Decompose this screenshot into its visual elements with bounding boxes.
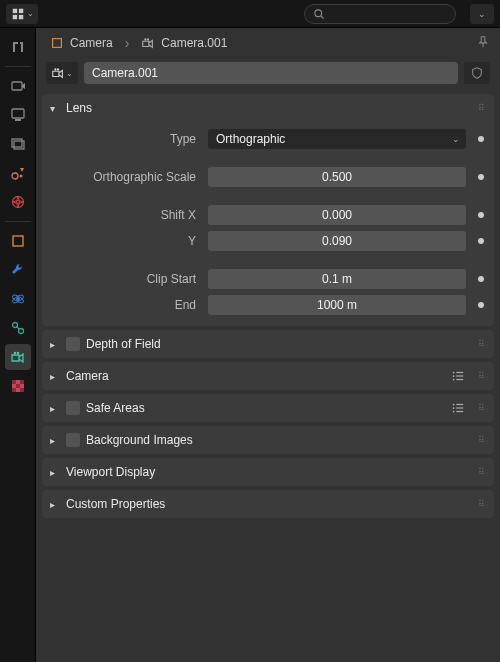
tab-world[interactable]: [5, 189, 31, 215]
chevron-down-icon: ⌄: [27, 9, 34, 18]
svg-rect-1: [18, 8, 22, 12]
datablock-name-input[interactable]: [84, 62, 458, 84]
label-shift-y: Y: [50, 234, 200, 248]
tab-view-layer[interactable]: [5, 131, 31, 157]
disclosure-right-icon: ▸: [50, 499, 60, 510]
field-clip-start[interactable]: 0.1 m: [208, 269, 466, 289]
svg-point-13: [12, 197, 23, 208]
panel-title: Safe Areas: [86, 401, 444, 415]
svg-rect-45: [456, 411, 463, 412]
breadcrumb-data-label: Camera.001: [161, 36, 227, 50]
tool-icon: [10, 39, 26, 55]
checkbox-background-images[interactable]: [66, 433, 80, 447]
panel-header-viewport-display[interactable]: ▸ Viewport Display ⠿: [42, 458, 494, 486]
panel-depth-of-field: ▸ Depth of Field ⠿: [42, 330, 494, 358]
field-shift-y[interactable]: 0.090: [208, 231, 466, 251]
grip-icon[interactable]: ⠿: [472, 403, 486, 413]
camera-data-icon: [10, 349, 26, 365]
grip-icon[interactable]: ⠿: [472, 499, 486, 509]
chevron-down-icon: ⌄: [478, 9, 486, 19]
panel-header-safe-areas[interactable]: ▸ Safe Areas ⠿: [42, 394, 494, 422]
svg-rect-7: [12, 109, 24, 118]
panel-custom-properties: ▸ Custom Properties ⠿: [42, 490, 494, 518]
svg-point-30: [145, 38, 147, 40]
animate-dot[interactable]: [478, 302, 484, 308]
tab-render[interactable]: [5, 73, 31, 99]
tab-physics[interactable]: [5, 286, 31, 312]
svg-rect-8: [15, 119, 21, 121]
disclosure-down-icon: ▾: [50, 103, 60, 114]
checkbox-depth-of-field[interactable]: [66, 337, 80, 351]
svg-line-20: [16, 327, 19, 330]
panel-header-background-images[interactable]: ▸ Background Images ⠿: [42, 426, 494, 454]
preset-button[interactable]: [450, 368, 466, 384]
label-type: Type: [50, 132, 200, 146]
tab-modifiers[interactable]: [5, 257, 31, 283]
tab-data-camera[interactable]: [5, 344, 31, 370]
disclosure-right-icon: ▸: [50, 371, 60, 382]
svg-rect-0: [12, 8, 16, 12]
panel-title: Viewport Display: [66, 465, 466, 479]
tab-texture[interactable]: [5, 373, 31, 399]
panel-title: Depth of Field: [86, 337, 466, 351]
animate-dot[interactable]: [478, 238, 484, 244]
output-icon: [10, 107, 26, 123]
animate-dot[interactable]: [478, 174, 484, 180]
svg-rect-41: [456, 404, 463, 405]
label-shift-x: Shift X: [50, 208, 200, 222]
svg-rect-14: [13, 236, 23, 246]
camera-data-icon: [141, 36, 155, 50]
search-input[interactable]: [304, 4, 456, 24]
svg-point-4: [315, 9, 322, 16]
panel-title: Camera: [66, 369, 444, 383]
pin-button[interactable]: [476, 35, 490, 52]
list-icon: [451, 401, 465, 415]
wrench-icon: [10, 262, 26, 278]
panel-header-custom-properties[interactable]: ▸ Custom Properties ⠿: [42, 490, 494, 518]
animate-dot[interactable]: [478, 136, 484, 142]
datablock-type-button[interactable]: ⌄: [46, 62, 78, 84]
svg-point-22: [16, 352, 19, 355]
editor-type-selector[interactable]: ⌄: [6, 4, 38, 24]
object-icon: [10, 233, 26, 249]
preset-button[interactable]: [450, 400, 466, 416]
breadcrumb-data[interactable]: Camera.001: [137, 34, 231, 52]
panel-header-lens[interactable]: ▾ Lens ⠿: [42, 94, 494, 122]
grip-icon[interactable]: ⠿: [472, 467, 486, 477]
svg-point-31: [147, 38, 149, 40]
field-ortho-scale[interactable]: 0.500: [208, 167, 466, 187]
options-dropdown[interactable]: ⌄: [470, 4, 494, 24]
grip-icon[interactable]: ⠿: [472, 435, 486, 445]
animate-dot[interactable]: [478, 276, 484, 282]
physics-icon: [10, 291, 26, 307]
tab-scene[interactable]: [5, 160, 31, 186]
checkbox-safe-areas[interactable]: [66, 401, 80, 415]
tab-object[interactable]: [5, 228, 31, 254]
panel-lens: ▾ Lens ⠿ Type Orthographic ⌄: [42, 94, 494, 326]
field-lens-type-value: Orthographic: [216, 132, 285, 146]
animate-dot[interactable]: [478, 212, 484, 218]
field-lens-type[interactable]: Orthographic ⌄: [208, 129, 466, 149]
tab-tool[interactable]: [5, 34, 31, 60]
panel-title: Lens: [66, 101, 466, 115]
field-shift-x[interactable]: 0.000: [208, 205, 466, 225]
fake-user-button[interactable]: [464, 62, 490, 84]
grip-icon[interactable]: ⠿: [472, 103, 486, 113]
panel-header-camera[interactable]: ▸ Camera ⠿: [42, 362, 494, 390]
panel-camera: ▸ Camera ⠿: [42, 362, 494, 390]
grip-icon[interactable]: ⠿: [472, 339, 486, 349]
panel-header-depth-of-field[interactable]: ▸ Depth of Field ⠿: [42, 330, 494, 358]
breadcrumb-object[interactable]: Camera: [46, 34, 117, 52]
svg-rect-35: [456, 372, 463, 373]
panel-viewport-display: ▸ Viewport Display ⠿: [42, 458, 494, 486]
svg-rect-24: [12, 380, 16, 384]
chevron-down-icon: ⌄: [66, 69, 73, 78]
field-clip-end[interactable]: 1000 m: [208, 295, 466, 315]
svg-point-21: [13, 352, 16, 355]
tab-output[interactable]: [5, 102, 31, 128]
svg-rect-37: [456, 375, 463, 376]
grip-icon[interactable]: ⠿: [472, 371, 486, 381]
tab-constraints[interactable]: [5, 315, 31, 341]
label-ortho-scale: Orthographic Scale: [50, 170, 200, 184]
breadcrumb-object-label: Camera: [70, 36, 113, 50]
